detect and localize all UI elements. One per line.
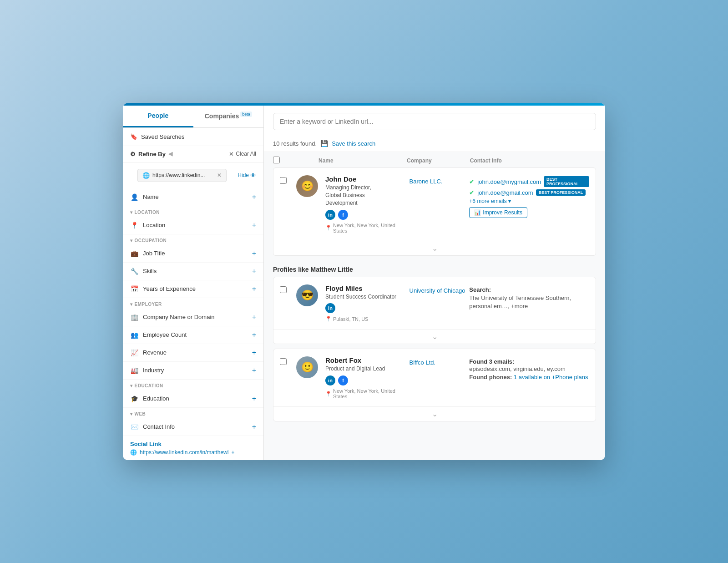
robert-fox-avatar: 🙂 xyxy=(296,356,318,378)
john-doe-title: Managing Director,Global BusinessDevelop… xyxy=(325,184,410,207)
saved-searches-row[interactable]: 🔖 Saved Searches xyxy=(123,128,263,146)
robert-fox-location: 📍 New York, New York, United States xyxy=(325,388,410,399)
clear-all-button[interactable]: ✕ Clear All xyxy=(229,151,256,157)
phone-plans-link[interactable]: 1 available on +Phone plans xyxy=(514,374,588,380)
john-doe-facebook-icon[interactable]: f xyxy=(338,210,348,220)
floyd-search-val: The University of Tennessee Southern, pe… xyxy=(469,294,571,309)
floyd-miles-social-icons: in xyxy=(325,303,410,313)
social-link-row[interactable]: 🌐 https://www.linkedin.com/in/matthewl + xyxy=(130,449,256,456)
filter-industry[interactable]: 🏭 Industry + xyxy=(123,362,263,380)
sidebar: People Companiesbeta 🔖 Saved Searches ⚙ … xyxy=(123,106,264,460)
social-link-title: Social Link xyxy=(130,441,256,447)
filter-name[interactable]: 👤 Name + xyxy=(123,188,263,206)
search-input-wrap[interactable] xyxy=(273,113,596,130)
robert-fox-found-emails-row: Found 3 emails: xyxy=(469,357,589,365)
robert-fox-name: Robert Fox xyxy=(325,356,410,364)
main-content: 10 results found. 💾 Save this search Nam… xyxy=(264,106,605,460)
robert-fox-company: Biffco Ltd. xyxy=(410,356,470,366)
robert-fox-expand[interactable]: ⌄ xyxy=(273,406,596,421)
john-doe-email-2: john.doe@gmail.com xyxy=(477,189,533,196)
active-filter-tag: 🌐 https://www.linkedin... ✕ xyxy=(137,169,227,182)
floyd-miles-contact: Search: The University of Tennessee Sout… xyxy=(469,284,589,310)
result-card-body-john-doe: 😊 John Doe Managing Director,Global Busi… xyxy=(273,168,596,240)
improve-results-button[interactable]: 📊 Improve Results xyxy=(469,207,527,218)
hide-link[interactable]: Hide 👁 xyxy=(238,172,256,179)
save-search-link[interactable]: Save this search xyxy=(332,140,375,147)
john-doe-email-2-row: ✔ john.doe@gmail.com BEST PROFESSIONAL xyxy=(469,189,589,196)
results-count: 10 results found. xyxy=(273,140,317,147)
robert-fox-checkbox[interactable] xyxy=(280,358,287,365)
robert-fox-check[interactable] xyxy=(280,356,296,367)
improve-icon: 📊 xyxy=(474,209,481,216)
filter-tag-text: https://www.linkedin... xyxy=(152,172,214,178)
result-card-floyd-miles: 😎 Floyd Miles Student Success Coordinato… xyxy=(273,277,596,345)
filter-experience[interactable]: 📅 Years of Experience + xyxy=(123,280,263,298)
floyd-miles-check[interactable] xyxy=(280,284,296,295)
chart-icon: 📈 xyxy=(130,349,138,356)
filter-revenue[interactable]: 📈 Revenue + xyxy=(123,344,263,362)
filter-experience-label: Years of Experience xyxy=(143,285,196,292)
filter-employee-count-label: Employee Count xyxy=(143,331,187,338)
floyd-miles-checkbox[interactable] xyxy=(280,286,287,293)
add-skills-icon[interactable]: + xyxy=(252,267,256,275)
robert-fox-facebook-icon[interactable]: f xyxy=(338,375,348,385)
add-experience-icon[interactable]: + xyxy=(252,285,256,293)
add-location-icon[interactable]: + xyxy=(252,221,256,229)
filter-job-title[interactable]: 💼 Job Title + xyxy=(123,245,263,263)
tab-people[interactable]: People xyxy=(123,106,193,127)
filter-employee-count[interactable]: 👥 Employee Count + xyxy=(123,326,263,344)
building-icon: 🏢 xyxy=(130,314,138,321)
refine-label: ⚙ Refine By ◀ xyxy=(130,151,172,157)
filter-name-label: Name xyxy=(143,193,159,200)
john-doe-company-link[interactable]: Barone LLC. xyxy=(410,178,443,185)
floyd-miles-avatar-wrap: 😎 xyxy=(296,284,322,306)
x-icon: ✕ xyxy=(229,151,234,157)
filter-remove-button[interactable]: ✕ xyxy=(217,172,222,178)
social-link-section: Social Link 🌐 https://www.linkedin.com/i… xyxy=(123,436,263,460)
floyd-miles-linkedin-icon[interactable]: in xyxy=(325,303,335,313)
john-doe-company: Barone LLC. xyxy=(410,175,470,185)
filter-education[interactable]: 🎓 Education + xyxy=(123,390,263,408)
john-doe-avatar-wrap: 😊 xyxy=(296,175,322,197)
filter-skills[interactable]: 🔧 Skills + xyxy=(123,263,263,280)
search-input[interactable] xyxy=(280,118,589,125)
robert-fox-social-icons: in f xyxy=(325,375,410,385)
add-company-icon[interactable]: + xyxy=(252,313,256,321)
tab-people-label: People xyxy=(147,112,168,119)
john-doe-check[interactable] xyxy=(280,175,296,186)
add-revenue-icon[interactable]: + xyxy=(252,349,256,357)
hide-label: Hide xyxy=(238,172,249,178)
filter-location[interactable]: 📍 Location + xyxy=(123,217,263,234)
select-all-checkbox[interactable] xyxy=(273,157,280,163)
add-industry-icon[interactable]: + xyxy=(252,366,256,375)
name-col-header: Name xyxy=(315,157,407,164)
result-card-robert-fox: 🙂 Robert Fox Product and Digital Lead in… xyxy=(273,349,596,421)
floyd-miles-company-link[interactable]: University of Chicago xyxy=(410,287,465,294)
add-name-icon[interactable]: + xyxy=(252,193,256,201)
add-education-icon[interactable]: + xyxy=(252,395,256,403)
add-employee-count-icon[interactable]: + xyxy=(252,331,256,339)
tab-companies[interactable]: Companiesbeta xyxy=(193,106,264,127)
john-doe-more-emails[interactable]: +6 more emails ▾ xyxy=(469,198,589,204)
add-contact-icon[interactable]: + xyxy=(252,423,256,431)
add-social-link-icon[interactable]: + xyxy=(231,449,234,456)
john-doe-linkedin-icon[interactable]: in xyxy=(325,210,335,220)
robert-fox-company-link[interactable]: Biffco Ltd. xyxy=(410,359,436,366)
floyd-miles-expand[interactable]: ⌄ xyxy=(273,329,596,344)
location-pin-icon-2: 📍 xyxy=(325,316,332,322)
robert-fox-info: Robert Fox Product and Digital Lead in f… xyxy=(322,356,410,399)
tab-companies-label: Companies xyxy=(205,112,239,120)
john-doe-expand[interactable]: ⌄ xyxy=(273,241,596,255)
john-doe-checkbox[interactable] xyxy=(280,177,287,184)
robert-fox-linkedin-icon[interactable]: in xyxy=(325,375,335,385)
company-col-header: Company xyxy=(407,157,470,164)
filter-contact-info[interactable]: ✉️ Contact Info + xyxy=(123,418,263,436)
filter-company-label: Company Name or Domain xyxy=(143,314,215,320)
add-job-title-icon[interactable]: + xyxy=(252,249,256,258)
filter-job-title-label: Job Title xyxy=(143,250,165,257)
filter-company[interactable]: 🏢 Company Name or Domain + xyxy=(123,309,263,326)
section-web: WEB xyxy=(123,408,263,418)
best-professional-badge-2: BEST PROFESSIONAL xyxy=(536,189,586,196)
section-occupation-label: OCCUPATION xyxy=(135,238,167,243)
profiles-like-header: Profiles like Matthew Little xyxy=(273,260,596,277)
